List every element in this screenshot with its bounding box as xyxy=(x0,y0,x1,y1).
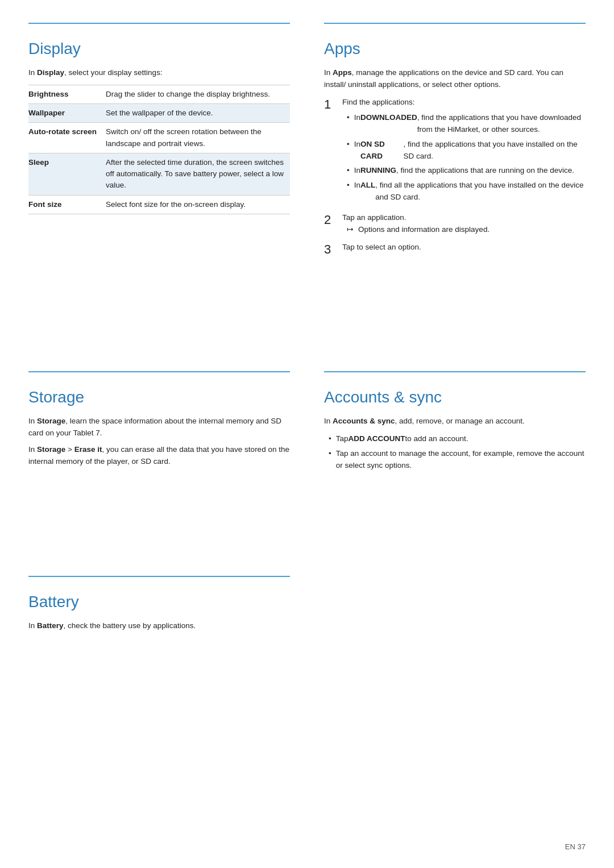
accounts-intro-prefix: In xyxy=(324,417,333,425)
storage-title: Storage xyxy=(28,388,290,406)
apps-intro-bold: Apps xyxy=(333,68,352,77)
apps-step2-text: Tap an application. xyxy=(342,212,586,224)
accounts-title: Accounts & sync xyxy=(324,388,586,406)
apps-step1-content: Find the applications:In DOWNLOADED, fin… xyxy=(342,97,586,206)
apps-step1: 1Find the applications:In DOWNLOADED, fi… xyxy=(324,97,586,206)
apps-title: Apps xyxy=(324,40,586,58)
battery-para-bold: Battery xyxy=(37,621,64,630)
apps-bullet-item: In ALL, find all the applications that y… xyxy=(347,180,586,203)
accounts-bullet-item: Tap an account to manage the account, fo… xyxy=(329,448,586,472)
accounts-intro-bold: Accounts & sync xyxy=(333,417,395,425)
accounts-bullet-item: Tap ADD ACCOUNT to add an account. xyxy=(329,433,586,445)
apps-section: Apps In Apps, manage the applications on… xyxy=(324,23,586,371)
apps-bullet-list: In DOWNLOADED, find the applications tha… xyxy=(347,112,586,203)
apps-step1-label: 1 xyxy=(324,97,342,113)
display-intro-bold: Display xyxy=(37,68,64,77)
apps-step2: 2Tap an application.Options and informat… xyxy=(324,212,586,236)
apps-step3: 3Tap to select an option. xyxy=(324,242,586,258)
display-title: Display xyxy=(28,40,290,58)
storage-para2-bold1: Storage xyxy=(37,445,65,454)
display-table-setting: Brightness xyxy=(28,85,106,103)
storage-para1-bold: Storage xyxy=(37,417,65,425)
storage-para2-prefix: In xyxy=(28,445,37,454)
apps-intro: In Apps, manage the applications on the … xyxy=(324,67,586,91)
apps-step3-label: 3 xyxy=(324,242,342,258)
battery-para-suffix: , check the battery use by applications. xyxy=(64,621,196,630)
storage-para2-arrow: > xyxy=(65,445,74,454)
storage-para1-suffix: , learn the space information about the … xyxy=(28,417,281,437)
battery-para: In Battery, check the battery use by app… xyxy=(28,620,290,632)
display-section: Display In Display, select your display … xyxy=(28,23,290,371)
display-table-description: Drag the slider to change the display br… xyxy=(106,85,290,103)
storage-para1: In Storage, learn the space information … xyxy=(28,416,290,439)
display-table-setting: Sleep xyxy=(28,153,106,195)
accounts-section: Accounts & sync In Accounts & sync, add,… xyxy=(324,371,586,740)
display-intro-prefix: In xyxy=(28,68,37,77)
storage-section: Storage In Storage, learn the space info… xyxy=(28,371,290,575)
display-table: BrightnessDrag the slider to change the … xyxy=(28,85,290,214)
accounts-intro-suffix: , add, remove, or manage an account. xyxy=(395,417,525,425)
display-table-setting: Wallpaper xyxy=(28,104,106,123)
apps-step2-label: 2 xyxy=(324,212,342,229)
apps-step2-arrow: Options and information are displayed. xyxy=(347,224,586,236)
storage-para2-bold2: Erase it xyxy=(74,445,102,454)
display-intro: In Display, select your display settings… xyxy=(28,67,290,79)
apps-step2-content: Tap an application.Options and informati… xyxy=(342,212,586,236)
battery-para-prefix: In xyxy=(28,621,37,630)
apps-bullet-item: In ON SD CARD, find the applications tha… xyxy=(347,139,586,163)
apps-bullet-item: In RUNNING, find the applications that a… xyxy=(347,165,586,177)
battery-title: Battery xyxy=(28,593,290,611)
apps-step1-text: Find the applications: xyxy=(342,97,586,109)
storage-para2: In Storage > Erase it, you can erase all… xyxy=(28,444,290,468)
apps-steps: 1Find the applications:In DOWNLOADED, fi… xyxy=(324,97,586,258)
apps-intro-suffix: , manage the applications on the device … xyxy=(324,68,563,89)
display-table-description: Switch on/ off the screen rotation betwe… xyxy=(106,123,290,153)
accounts-intro: In Accounts & sync, add, remove, or mana… xyxy=(324,416,586,427)
display-table-setting: Auto-rotate screen xyxy=(28,123,106,153)
accounts-bullet-list: Tap ADD ACCOUNT to add an account.Tap an… xyxy=(329,433,586,472)
battery-section: Battery In Battery, check the battery us… xyxy=(28,576,290,740)
apps-bullet-item: In DOWNLOADED, find the applications tha… xyxy=(347,112,586,136)
apps-intro-prefix: In xyxy=(324,68,333,77)
display-table-description: Select font size for the on-screen displ… xyxy=(106,195,290,214)
display-table-description: After the selected time duration, the sc… xyxy=(106,153,290,195)
storage-para1-prefix: In xyxy=(28,417,37,425)
display-table-description: Set the wallpaper of the device. xyxy=(106,104,290,123)
apps-step3-text: Tap to select an option. xyxy=(342,242,586,254)
page-footer: EN 37 xyxy=(565,842,586,851)
display-table-setting: Font size xyxy=(28,195,106,214)
apps-step3-content: Tap to select an option. xyxy=(342,242,586,254)
display-intro-suffix: , select your display settings: xyxy=(64,68,163,77)
